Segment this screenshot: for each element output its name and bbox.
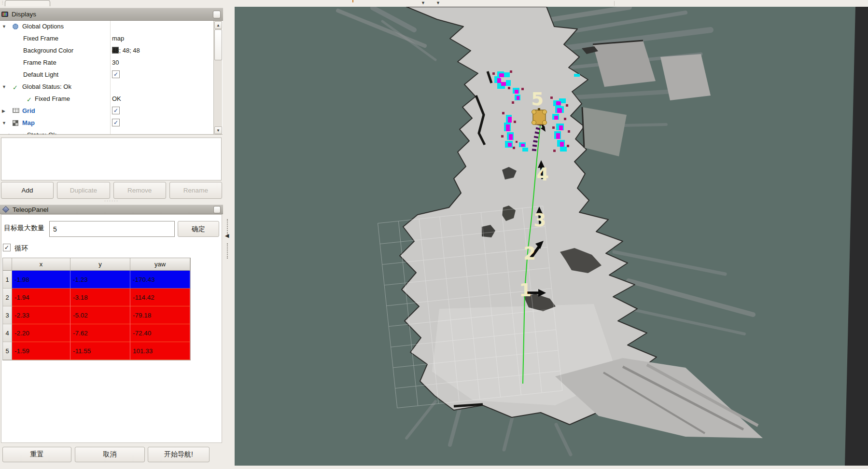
loop-checkbox[interactable]: ✓	[3, 244, 11, 251]
goal-count-label: 目标最大数量	[4, 224, 44, 233]
status-ok-icon: ✓	[19, 132, 25, 135]
waypoint-label-2: 2	[523, 243, 536, 264]
cell-y[interactable]: -3.18	[70, 289, 130, 306]
tree-value[interactable]: map	[112, 35, 124, 42]
teleop-panel-title: TeleopPanel	[13, 206, 48, 213]
tree-value: OK	[112, 95, 121, 102]
add-button[interactable]: Add	[1, 182, 54, 199]
cell-x[interactable]: -1.59	[12, 342, 70, 360]
cell-yaw[interactable]: -170.43	[130, 271, 190, 289]
table-corner	[3, 258, 12, 271]
cell-x[interactable]: -2.33	[12, 306, 70, 324]
tree-label: Fixed Frame	[35, 95, 70, 102]
panel-splitter-handle[interactable]: ······	[0, 198, 223, 203]
cell-y[interactable]: -1.23	[70, 271, 130, 289]
tree-label: Grid	[22, 107, 35, 114]
row-header[interactable]: 1	[3, 271, 12, 289]
duplicate-button[interactable]: Duplicate	[57, 182, 110, 199]
tree-row-map[interactable]: ▼ Map ✓	[0, 117, 213, 129]
cell-yaw[interactable]: 101.33	[130, 342, 190, 360]
scrollbar-thumb[interactable]	[214, 29, 222, 60]
waypoint-label-3: 3	[533, 210, 546, 231]
tree-row-default-light[interactable]: Default Light ✓	[0, 69, 213, 81]
confirm-button[interactable]: 确定	[178, 221, 219, 237]
cell-y[interactable]: -5.02	[70, 306, 130, 324]
cell-y[interactable]: -7.62	[70, 324, 130, 342]
cell-x[interactable]: -2.20	[12, 324, 70, 342]
expander-icon[interactable]: ▶	[9, 133, 12, 135]
displays-button-row: Add Duplicate Remove Rename	[1, 182, 222, 199]
tree-row-fixed-frame-status[interactable]: ✓ Fixed Frame OK	[0, 93, 213, 105]
cell-x[interactable]: -1.98	[12, 271, 70, 289]
row-header[interactable]: 3	[3, 306, 12, 324]
row-header[interactable]: 5	[3, 342, 12, 360]
tree-row-global-options[interactable]: ▼ Global Options	[0, 21, 213, 33]
cell-y[interactable]: -11.55	[70, 342, 130, 360]
tree-scrollbar[interactable]: ▲ ▼	[213, 21, 222, 135]
cell-yaw[interactable]: -72.40	[130, 324, 190, 342]
property-description-box	[1, 138, 222, 180]
row-header[interactable]: 4	[3, 324, 12, 342]
tree-label: Global Options	[22, 23, 64, 30]
tree-label: Default Light	[23, 71, 58, 78]
map-checkbox[interactable]: ✓	[112, 119, 120, 126]
toolbar-marker	[352, 0, 353, 2]
tree-row-background-color[interactable]: Background Color 48; 48; 48	[0, 45, 213, 57]
teleop-panel-titlebar[interactable]: TeleopPanel	[0, 205, 223, 214]
cancel-button[interactable]: 取消	[75, 447, 145, 462]
cell-x[interactable]: -1.94	[12, 289, 70, 306]
teleop-float-button[interactable]	[213, 206, 221, 213]
tree-row-fixed-frame[interactable]: Fixed Frame map	[0, 33, 213, 45]
map-viewport[interactable]: 5 4 3 2 1	[235, 7, 868, 466]
goal-count-input[interactable]	[49, 221, 175, 237]
tree-label: Frame Rate	[23, 59, 56, 66]
displays-float-button[interactable]	[213, 11, 221, 18]
rename-button[interactable]: Rename	[169, 182, 222, 199]
tree-label: Status: Ok	[27, 131, 56, 135]
tree-value[interactable]: 30	[112, 59, 119, 66]
column-header-y[interactable]: y	[70, 258, 130, 271]
displays-panel-titlebar[interactable]: Displays	[0, 8, 223, 21]
expander-icon[interactable]: ▼	[2, 24, 6, 29]
expander-icon[interactable]: ▶	[2, 109, 5, 113]
status-ok-icon: ✓	[13, 84, 18, 91]
panel-collapse-handle[interactable]: ◀	[225, 233, 229, 239]
waypoint-table: x y yaw 1 -1.98 -1.23 -170.43 2 -1.94 -3…	[2, 258, 191, 360]
tree-row-global-status[interactable]: ▼ ✓ Global Status: Ok	[0, 81, 213, 93]
row-header[interactable]: 2	[3, 289, 12, 306]
grid-checkbox[interactable]: ✓	[112, 107, 120, 114]
displays-icon	[1, 12, 8, 17]
displays-panel-title: Displays	[12, 11, 36, 18]
tree-label: Background Color	[23, 47, 73, 54]
expander-icon[interactable]: ▼	[2, 84, 6, 89]
expander-icon[interactable]: ▼	[2, 121, 6, 125]
toolbar-dropdown-icon[interactable]: ▼	[436, 0, 440, 5]
tree-label: Global Status: Ok	[22, 83, 71, 90]
scroll-up-icon[interactable]: ▲	[214, 21, 222, 29]
gutter-dots	[227, 243, 228, 259]
column-header-x[interactable]: x	[12, 258, 70, 271]
scroll-down-icon[interactable]: ▼	[214, 126, 222, 134]
column-header-yaw[interactable]: yaw	[130, 258, 190, 271]
map-display-icon	[13, 120, 18, 126]
displays-tree: ▼ Global Options Fixed Frame map Backgro…	[0, 21, 223, 135]
teleop-panel-icon	[2, 206, 9, 213]
remove-button[interactable]: Remove	[113, 182, 166, 199]
loop-label: 循环	[14, 244, 28, 253]
reset-button[interactable]: 重置	[2, 447, 71, 462]
grid-display-icon	[13, 108, 19, 113]
gear-icon	[13, 24, 18, 29]
start-nav-button[interactable]: 开始导航!	[148, 447, 210, 462]
cell-yaw[interactable]: -114.42	[130, 289, 190, 306]
tree-label: Fixed Frame	[23, 35, 58, 42]
tree-row-grid[interactable]: ▶ Grid ✓	[0, 105, 213, 117]
tree-row-map-status[interactable]: ▶ ✓ Status: Ok	[0, 129, 213, 135]
default-light-checkbox[interactable]: ✓	[112, 70, 120, 78]
status-ok-icon: ✓	[27, 96, 32, 103]
toolbar-dropdown-icon[interactable]: ▼	[421, 0, 425, 5]
cell-yaw[interactable]: -79.18	[130, 306, 190, 324]
tree-row-frame-rate[interactable]: Frame Rate 30	[0, 57, 213, 69]
toolbar-tool-button[interactable]	[5, 0, 50, 6]
waypoint-label-1: 1	[519, 280, 532, 301]
robot-marker	[532, 108, 547, 125]
